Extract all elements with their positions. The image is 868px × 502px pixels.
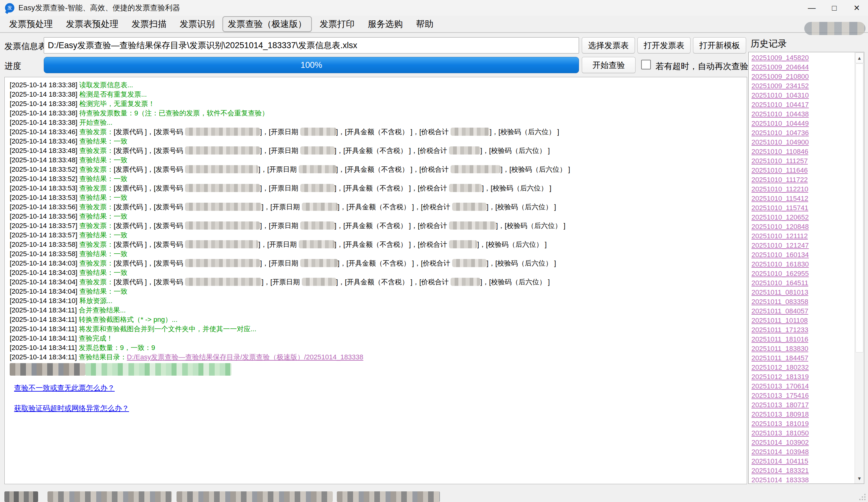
history-entry[interactable]: 20251011_181016	[752, 335, 855, 344]
history-entry[interactable]: 20251011_101108	[752, 316, 855, 325]
history-entry[interactable]: 20251010_120652	[752, 213, 855, 222]
history-entry[interactable]: 20251013_170614	[752, 382, 855, 391]
history-entry[interactable]: 20251014_183321	[752, 466, 855, 475]
history-entry[interactable]: 20251011_084057	[752, 307, 855, 316]
log-line: [2025-10-14 18:33:52] 查验发票：[发票代码 ]，[发票号码…	[10, 165, 742, 174]
history-entry[interactable]: 20251011_183830	[752, 344, 855, 353]
history-entry[interactable]: 20251010_111646	[752, 166, 855, 175]
redacted-block	[85, 363, 231, 376]
log-area[interactable]: [2025-10-14 18:33:38] 读取发票信息表...[2025-10…	[4, 77, 747, 484]
history-entry[interactable]: 20251010_160134	[752, 250, 855, 260]
history-entry[interactable]: 20251014_104115	[752, 456, 855, 466]
redacted-block	[10, 363, 85, 376]
progress-bar: 100%	[44, 57, 579, 73]
history-entry[interactable]: 20251009_145820	[752, 53, 855, 62]
maximize-icon[interactable]: □	[823, 0, 846, 16]
history-entry[interactable]: 20251010_104736	[752, 128, 855, 138]
history-entry[interactable]: 20251010_104438	[752, 110, 855, 119]
redacted-field	[300, 259, 338, 267]
scrollbar-thumb[interactable]	[856, 63, 863, 352]
history-entry[interactable]: 20251010_111257	[752, 157, 855, 166]
select-table-button[interactable]: 选择发票表	[582, 37, 635, 53]
redacted-field	[302, 203, 338, 211]
log-line: [2025-10-14 18:34:11] 查验完成！	[10, 334, 742, 343]
history-entry[interactable]: 20251010_104900	[752, 138, 855, 147]
redacted-field	[185, 165, 258, 173]
history-entry[interactable]: 20251010_115412	[752, 194, 855, 203]
history-entry[interactable]: 20251010_115741	[752, 203, 855, 213]
redacted-field	[185, 259, 260, 267]
resize-grip-icon[interactable]	[859, 493, 866, 500]
history-entry[interactable]: 20251012_180232	[752, 363, 855, 372]
history-entry[interactable]: 20251011_171233	[752, 325, 855, 335]
history-entry[interactable]: 20251010_121247	[752, 241, 855, 250]
menu-bar: 发票预处理发票表预处理发票扫描发票识别发票查验（极速版）发票打印服务选购帮助	[0, 16, 868, 33]
start-verify-button[interactable]: 开始查验	[582, 57, 636, 73]
scroll-down-icon[interactable]: ▼	[855, 473, 864, 483]
redacted-watermark	[804, 22, 866, 35]
minimize-icon[interactable]: —	[800, 0, 823, 16]
history-entry[interactable]: 20251010_112210	[752, 184, 855, 194]
history-entry[interactable]: 20251014_103902	[752, 438, 855, 447]
redacted-status-text	[4, 491, 38, 502]
redacted-field	[452, 259, 486, 267]
history-entry[interactable]: 20251010_164511	[752, 278, 855, 288]
history-entry[interactable]: 20251009_234152	[752, 81, 855, 91]
history-entry[interactable]: 20251013_181050	[752, 429, 855, 438]
history-scrollbar[interactable]: ▲ ▼	[855, 52, 864, 483]
result-dir-link[interactable]: D:/Easy发票查验—查验结果保存目录/发票查验（极速版）/20251014_…	[127, 353, 363, 361]
redacted-field	[185, 184, 260, 192]
history-entry[interactable]: 20251013_180717	[752, 400, 855, 410]
history-entry[interactable]: 20251010_104417	[752, 100, 855, 110]
log-line: [2025-10-14 18:33:57] 查验发票：[发票代码 ]，[发票号码…	[10, 221, 742, 231]
history-entry[interactable]: 20251010_110846	[752, 147, 855, 157]
history-entry[interactable]: 20251009_204644	[752, 62, 855, 72]
history-entry[interactable]: 20251011_184457	[752, 353, 855, 363]
log-line: [2025-10-14 18:33:38] 检测是否有重复发票...	[10, 90, 742, 99]
history-entry[interactable]: 20251011_083358	[752, 297, 855, 307]
history-entry[interactable]: 20251010_162955	[752, 269, 855, 278]
redacted-field	[299, 240, 335, 248]
log-line: [2025-10-14 18:34:11] 查验结果目录：D:/Easy发票查验…	[10, 352, 742, 362]
history-entry[interactable]: 20251010_161830	[752, 260, 855, 269]
close-icon[interactable]: ✕	[846, 0, 868, 16]
menu-item-0[interactable]: 发票预处理	[4, 16, 58, 32]
menu-item-3[interactable]: 发票识别	[174, 16, 220, 32]
redacted-field	[299, 165, 336, 173]
history-entry[interactable]: 20251014_103948	[752, 447, 855, 456]
log-line: [2025-10-14 18:34:11] 转换查验截图格式（* -> png）…	[10, 315, 742, 324]
history-entry[interactable]: 20251010_120848	[752, 222, 855, 231]
menu-item-2[interactable]: 发票扫描	[126, 16, 172, 32]
redacted-log-line	[10, 363, 742, 376]
history-entry[interactable]: 20251014_183338	[752, 475, 855, 483]
menu-item-5[interactable]: 发票打印	[314, 16, 360, 32]
redacted-field	[185, 221, 260, 230]
menu-item-4[interactable]: 发票查验（极速版）	[223, 16, 312, 32]
history-entry[interactable]: 20251011_081013	[752, 288, 855, 297]
log-line: [2025-10-14 18:33:58] 查验结果：一致	[10, 249, 742, 259]
history-entry[interactable]: 20251012_181319	[752, 372, 855, 382]
menu-item-6[interactable]: 服务选购	[362, 16, 408, 32]
help-link-timeout[interactable]: 获取验证码超时或网络异常怎么办？	[14, 403, 742, 413]
log-line: [2025-10-14 18:34:03] 查验发票：[发票代码 ]，[发票号码…	[10, 259, 742, 268]
retry-checkbox[interactable]	[641, 60, 651, 69]
history-entry[interactable]: 20251013_181019	[752, 419, 855, 429]
redacted-field	[300, 221, 335, 230]
open-template-button[interactable]: 打开新模板	[693, 37, 746, 53]
menu-item-7[interactable]: 帮助	[411, 16, 439, 32]
open-table-button[interactable]: 打开发票表	[638, 37, 691, 53]
history-entry[interactable]: 20251010_104310	[752, 91, 855, 100]
scroll-up-icon[interactable]: ▲	[855, 52, 864, 63]
file-path-input[interactable]	[44, 37, 579, 53]
history-entry[interactable]: 20251009_210800	[752, 72, 855, 81]
history-entry[interactable]: 20251010_104449	[752, 119, 855, 128]
menu-item-1[interactable]: 发票表预处理	[61, 16, 124, 32]
history-entry[interactable]: 20251010_111722	[752, 175, 855, 184]
log-line: [2025-10-14 18:34:03] 查验结果：一致	[10, 268, 742, 278]
history-entry[interactable]: 20251013_175416	[752, 391, 855, 400]
redacted-field	[300, 128, 336, 136]
history-entry[interactable]: 20251013_180918	[752, 410, 855, 419]
log-line: [2025-10-14 18:33:56] 查验发票：[发票代码 ]，[发票号码…	[10, 202, 742, 212]
help-link-mismatch[interactable]: 查验不一致或查无此票怎么办？	[14, 383, 742, 393]
history-entry[interactable]: 20251010_121112	[752, 231, 855, 241]
